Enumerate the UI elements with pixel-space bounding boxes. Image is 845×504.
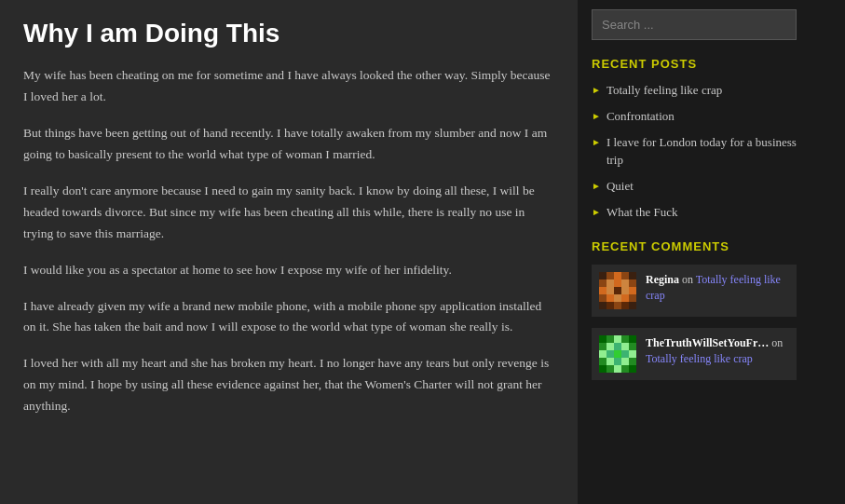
comment-author-1: Regina — [646, 273, 679, 286]
post-link-4[interactable]: Quiet — [606, 178, 634, 195]
post-arrow-icon: ► — [592, 207, 601, 217]
main-content: Why I am Doing This My wife has been che… — [0, 0, 578, 504]
paragraph-6: I loved her with all my heart and she ha… — [23, 353, 554, 417]
recent-posts-title: RECENT POSTS — [592, 57, 797, 71]
search-input[interactable] — [592, 9, 797, 40]
comment-text-1: Regina on Totally feeling like crap — [646, 272, 789, 304]
paragraph-4: I would like you as a spectator at home … — [23, 260, 554, 281]
paragraph-2: But things have been getting out of hand… — [23, 123, 554, 166]
avatar-truth — [599, 335, 636, 373]
comment-link-2[interactable]: Totally feeling like crap — [646, 352, 753, 365]
comment-author-2: TheTruthWillSetYouFr… — [646, 336, 769, 349]
comment-item-2: TheTruthWillSetYouFr… on Totally feeling… — [592, 328, 797, 380]
post-link-5[interactable]: What the Fuck — [606, 204, 678, 221]
post-link-3[interactable]: I leave for London today for a business … — [606, 134, 797, 168]
post-item-5[interactable]: ► What the Fuck — [592, 204, 797, 221]
post-link-2[interactable]: Confrontation — [606, 108, 675, 125]
paragraph-1: My wife has been cheating on me for some… — [23, 65, 554, 108]
post-arrow-icon: ► — [592, 85, 601, 95]
paragraph-5: I have already given my wife a brand new… — [23, 296, 554, 339]
post-arrow-icon: ► — [592, 111, 601, 121]
post-item-1[interactable]: ► Totally feeling like crap — [592, 82, 797, 99]
comment-on-2: on — [771, 336, 783, 349]
post-arrow-icon: ► — [592, 137, 601, 147]
avatar-regina — [599, 272, 636, 309]
sidebar: RECENT POSTS ► Totally feeling like crap… — [578, 0, 811, 504]
recent-comments-title: RECENT COMMENTS — [592, 239, 797, 253]
post-link-1[interactable]: Totally feeling like crap — [606, 82, 722, 99]
comment-text-2: TheTruthWillSetYouFr… on Totally feeling… — [646, 335, 789, 367]
recent-posts-section: RECENT POSTS ► Totally feeling like crap… — [592, 57, 797, 221]
post-item-3[interactable]: ► I leave for London today for a busines… — [592, 134, 797, 168]
post-item-4[interactable]: ► Quiet — [592, 178, 797, 195]
comment-item-1: Regina on Totally feeling like crap — [592, 265, 797, 317]
article-body: My wife has been cheating on me for some… — [23, 65, 554, 417]
page-title: Why I am Doing This — [23, 19, 554, 48]
paragraph-3: I really don't care anymore because I ne… — [23, 181, 554, 245]
post-arrow-icon: ► — [592, 181, 601, 191]
post-item-2[interactable]: ► Confrontation — [592, 108, 797, 125]
recent-comments-section: RECENT COMMENTS Regina on Totally feelin… — [592, 239, 797, 380]
comment-on-1: on — [682, 273, 693, 286]
